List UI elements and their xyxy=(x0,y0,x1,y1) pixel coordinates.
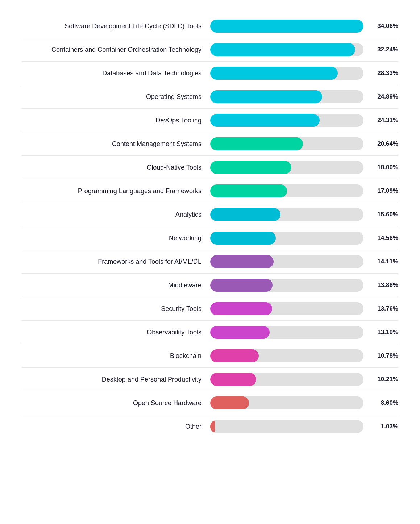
bar-fill xyxy=(210,67,338,80)
percentage-label: 8.60% xyxy=(369,399,398,407)
category-label: DevOps Tooling xyxy=(22,117,210,124)
bar-fill xyxy=(210,302,272,315)
bar-fill xyxy=(210,373,256,386)
category-label: Observability Tools xyxy=(22,329,210,336)
percentage-label: 34.06% xyxy=(369,22,398,30)
bar-section: 13.19% xyxy=(210,326,398,339)
chart-row: Cloud-Native Tools18.00% xyxy=(22,156,398,179)
category-label: Databases and Data Technologies xyxy=(22,70,210,77)
bar-fill xyxy=(210,20,363,33)
chart-row: Analytics15.60% xyxy=(22,203,398,226)
bar-track xyxy=(210,326,363,339)
category-label: Analytics xyxy=(22,211,210,219)
bar-fill xyxy=(210,114,320,127)
bar-track xyxy=(210,349,363,362)
bar-section: 1.03% xyxy=(210,420,398,433)
bar-section: 28.33% xyxy=(210,67,398,80)
percentage-label: 14.56% xyxy=(369,234,398,242)
category-label: Content Management Systems xyxy=(22,140,210,148)
percentage-label: 17.09% xyxy=(369,187,398,195)
percentage-label: 24.89% xyxy=(369,93,398,100)
bar-fill xyxy=(210,184,287,197)
bar-section: 10.21% xyxy=(210,373,398,386)
bar-section: 32.24% xyxy=(210,43,398,56)
category-label: Operating Systems xyxy=(22,93,210,101)
bar-track xyxy=(210,20,363,33)
chart-row: Security Tools13.76% xyxy=(22,297,398,321)
category-label: Networking xyxy=(22,234,210,242)
bar-track xyxy=(210,43,363,56)
bar-section: 14.56% xyxy=(210,232,398,245)
chart-row: Middleware13.88% xyxy=(22,274,398,297)
category-label: Frameworks and Tools for AI/ML/DL xyxy=(22,258,210,266)
bar-track xyxy=(210,420,363,433)
bar-track xyxy=(210,137,363,150)
percentage-label: 13.76% xyxy=(369,305,398,312)
chart-row: Frameworks and Tools for AI/ML/DL14.11% xyxy=(22,250,398,274)
percentage-label: 13.88% xyxy=(369,282,398,289)
bar-track xyxy=(210,255,363,268)
bar-fill xyxy=(210,137,303,150)
chart-row: Observability Tools13.19% xyxy=(22,321,398,344)
category-label: Cloud-Native Tools xyxy=(22,164,210,171)
bar-section: 15.60% xyxy=(210,208,398,221)
chart-row: DevOps Tooling24.31% xyxy=(22,109,398,132)
category-label: Blockchain xyxy=(22,352,210,360)
bar-section: 13.76% xyxy=(210,302,398,315)
bar-chart: Software Development Life Cycle (SDLC) T… xyxy=(22,14,398,438)
chart-row: Operating Systems24.89% xyxy=(22,85,398,109)
category-label: Software Development Life Cycle (SDLC) T… xyxy=(22,22,210,30)
bar-track xyxy=(210,396,363,409)
bar-fill xyxy=(210,208,280,221)
bar-track xyxy=(210,232,363,245)
bar-track xyxy=(210,279,363,292)
bar-section: 10.78% xyxy=(210,349,398,362)
bar-fill xyxy=(210,232,276,245)
category-label: Programming Languages and Frameworks xyxy=(22,187,210,195)
percentage-label: 15.60% xyxy=(369,211,398,218)
bar-track xyxy=(210,161,363,174)
chart-row: Content Management Systems20.64% xyxy=(22,132,398,156)
category-label: Open Source Hardware xyxy=(22,399,210,407)
bar-fill xyxy=(210,43,355,56)
bar-track xyxy=(210,373,363,386)
bar-section: 34.06% xyxy=(210,20,398,33)
bar-fill xyxy=(210,90,322,103)
bar-fill xyxy=(210,326,270,339)
bar-fill xyxy=(210,420,215,433)
chart-row: Databases and Data Technologies28.33% xyxy=(22,62,398,85)
chart-row: Containers and Container Orchestration T… xyxy=(22,38,398,62)
bar-section: 8.60% xyxy=(210,396,398,409)
percentage-label: 28.33% xyxy=(369,70,398,77)
bar-section: 17.09% xyxy=(210,184,398,197)
bar-section: 18.00% xyxy=(210,161,398,174)
bar-track xyxy=(210,114,363,127)
bar-track xyxy=(210,208,363,221)
bar-fill xyxy=(210,255,274,268)
category-label: Middleware xyxy=(22,282,210,289)
chart-row: Software Development Life Cycle (SDLC) T… xyxy=(22,14,398,38)
category-label: Security Tools xyxy=(22,305,210,313)
chart-row: Open Source Hardware8.60% xyxy=(22,391,398,415)
category-label: Containers and Container Orchestration T… xyxy=(22,46,210,54)
percentage-label: 10.78% xyxy=(369,352,398,359)
chart-row: Blockchain10.78% xyxy=(22,344,398,368)
bar-section: 20.64% xyxy=(210,137,398,150)
category-label: Desktop and Personal Productivity xyxy=(22,376,210,383)
percentage-label: 32.24% xyxy=(369,46,398,53)
bar-fill xyxy=(210,349,259,362)
bar-track xyxy=(210,67,363,80)
chart-row: Desktop and Personal Productivity10.21% xyxy=(22,368,398,391)
bar-track xyxy=(210,184,363,197)
percentage-label: 20.64% xyxy=(369,140,398,147)
bar-track xyxy=(210,90,363,103)
chart-row: Other1.03% xyxy=(22,415,398,438)
bar-track xyxy=(210,302,363,315)
chart-row: Programming Languages and Frameworks17.0… xyxy=(22,179,398,203)
category-label: Other xyxy=(22,423,210,431)
percentage-label: 24.31% xyxy=(369,117,398,124)
percentage-label: 18.00% xyxy=(369,164,398,171)
bar-section: 14.11% xyxy=(210,255,398,268)
bar-fill xyxy=(210,161,291,174)
bar-section: 24.31% xyxy=(210,114,398,127)
